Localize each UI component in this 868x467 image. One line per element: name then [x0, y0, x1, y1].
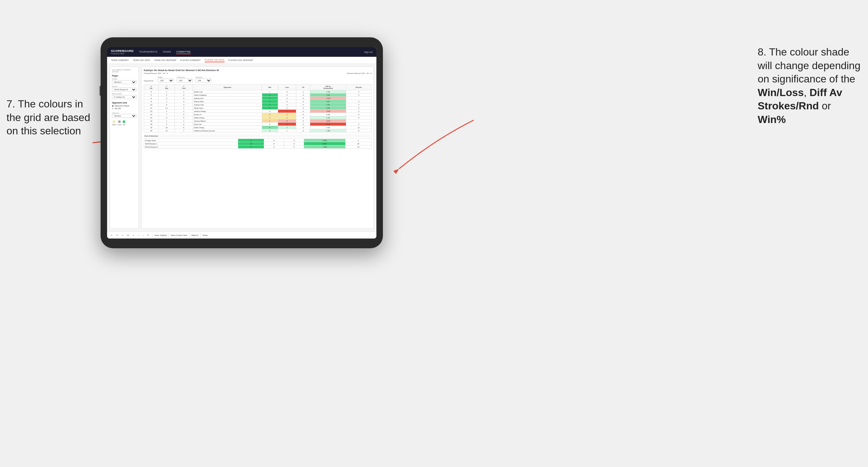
- radio-top100[interactable]: Top 100: [112, 107, 136, 110]
- td-rounds: 2: [346, 110, 372, 113]
- td-div: 10: [144, 103, 159, 106]
- td-conf: 1: [175, 119, 193, 123]
- td-conf: 4: [175, 100, 193, 103]
- division-select[interactable]: NCAA Division III: [112, 88, 136, 92]
- td-diff: -3.00: [310, 110, 346, 113]
- overall-record-value: 353 - 34 - 6: [158, 72, 168, 74]
- table-row: 3 1 1 Esther Lee 1 0 1 1.50 4: [144, 90, 372, 93]
- toolbar-scissors[interactable]: ✂: [132, 234, 135, 237]
- td-div: 13: [144, 110, 159, 113]
- td-reg: 11: [158, 106, 175, 110]
- sub-nav-team-h2h-grid[interactable]: TEAM H2H GRID: [133, 58, 150, 62]
- td-loss: 0: [278, 90, 296, 93]
- table-row: 14 7 4 Eunice Yi 2 2 0 0.38 9: [144, 113, 372, 116]
- td-diff: 3.67: [310, 100, 346, 103]
- th-rounds: Rounds: [346, 85, 372, 90]
- annotation-right-intro: 8. The colour shade will change dependin…: [758, 46, 861, 85]
- legend-level-dot: [118, 120, 121, 123]
- td-opponent: Andrea York: [193, 103, 262, 106]
- gender-select[interactable]: Women's: [112, 80, 136, 84]
- nav-sign-out[interactable]: Sign out: [364, 51, 373, 53]
- opponents-label: Opponents:: [144, 80, 154, 83]
- td-conf: 4: [175, 113, 193, 116]
- colour-by-select[interactable]: Win/loss: [112, 114, 136, 118]
- sub-nav-player-h2h-grid[interactable]: PLAYER H2H GRID: [205, 58, 224, 62]
- toolbar-watch[interactable]: Watch ▾: [191, 234, 198, 236]
- sub-nav-player-summary[interactable]: PLAYER SUMMARY: [180, 58, 201, 62]
- filter-row: Opponents: Region (All) Conference (All): [144, 76, 372, 83]
- toolbar-redo1[interactable]: ↺: [115, 234, 119, 237]
- table-row: 6 3 3 Sydney Kuo 1 0 0 -1.00: [144, 97, 372, 100]
- td-ood-diff: 9.267: [304, 142, 345, 145]
- td-rounds: 4: [346, 103, 372, 106]
- toolbar-dot1[interactable]: •: [137, 234, 140, 237]
- legend-up-dot: [123, 120, 125, 123]
- rank-select[interactable]: 8. Katelyn Vo: [112, 95, 136, 99]
- region-filter-select[interactable]: (All): [158, 79, 174, 83]
- td-rounds: 3: [346, 106, 372, 110]
- annotation-left: 7. The colours in the grid are based on …: [6, 97, 97, 138]
- radio-dot-top100: [112, 108, 114, 110]
- conference-filter-select[interactable]: (All): [177, 79, 193, 83]
- toolbar-undo[interactable]: ↩: [110, 234, 113, 237]
- td-ood-loss: 0: [264, 145, 284, 149]
- logo-text: SCOREBOARD: [111, 49, 134, 53]
- th-win: Win: [262, 85, 278, 90]
- td-opponent: Sharon Mun: [193, 100, 262, 103]
- radio-opponents-played[interactable]: Opponents Played: [112, 105, 136, 107]
- toolbar-view-original[interactable]: View: Original: [154, 234, 166, 236]
- division-filter: Division NCAA Division III: [112, 85, 136, 92]
- region-filter-group: Region (All): [158, 76, 174, 83]
- out-of-division-header: Out of division: [144, 134, 372, 137]
- table-row: 5 2 2 Alexis Sudjianto 1 0 0 4.00 3: [144, 93, 372, 97]
- td-win: 1: [262, 100, 278, 103]
- ood-table-row: NAIA Division 1 15 0 0 9.267 30: [144, 142, 372, 145]
- td-ood-diff: 4.500: [304, 139, 345, 142]
- opponent-view-label: Opponent view: [112, 101, 136, 104]
- sub-nav-team-h2h-heatmap[interactable]: TEAM H2H HEATMAP: [154, 58, 177, 62]
- main-table-body: 3 1 1 Esther Lee 1 0 1 1.50 4 5 2 2 Alex…: [144, 90, 372, 132]
- nav-committee[interactable]: COMMITTEE: [176, 50, 191, 54]
- td-win: 2: [262, 113, 278, 116]
- annotation-left-line1: 7. The colours in: [6, 98, 83, 110]
- td-opponent: Euna Lee: [193, 123, 262, 126]
- td-reg: 7: [158, 113, 175, 116]
- td-div: 6: [144, 97, 159, 100]
- nav-teams[interactable]: TEAMS: [162, 50, 171, 54]
- td-reg: 6: [158, 103, 175, 106]
- sub-nav: TEAM SUMMARY TEAM H2H GRID TEAM H2H HEAT…: [107, 57, 376, 64]
- td-ood-diff: 7.400: [304, 145, 345, 149]
- toolbar-divider2: [168, 234, 169, 237]
- toolbar-redo2[interactable]: ↪: [121, 234, 124, 237]
- toolbar-grid[interactable]: ⊞: [126, 234, 130, 237]
- toolbar-save-custom[interactable]: Save Custom View: [171, 234, 187, 236]
- opponent-filter-select[interactable]: (All): [195, 79, 212, 83]
- td-tie: 0: [296, 116, 310, 119]
- nav-tournaments[interactable]: TOURNAMENTS: [139, 50, 157, 54]
- ood-table-body: Foreign Team 1 0 0 4.500 2 NAIA Division…: [144, 139, 372, 149]
- division-record-value: 331 - 34 - 6: [362, 72, 372, 74]
- td-ood-rounds: 30: [345, 142, 371, 145]
- td-conf: 1: [175, 106, 193, 110]
- td-loss: 0: [278, 106, 296, 110]
- player-section: Player Gender Women's Division NCAA Divi…: [112, 75, 136, 99]
- opponent-view-options: Opponents Played Top 100: [112, 105, 136, 110]
- td-opponent: Emily Chang: [193, 126, 262, 129]
- toolbar-clock[interactable]: ⏱: [146, 234, 150, 237]
- grid-record: Overall Record: 353 - 34 - 6 Division Re…: [144, 72, 372, 74]
- td-conf: 1: [175, 110, 193, 113]
- td-loss: 0: [278, 97, 296, 100]
- td-conf: 7: [175, 129, 193, 132]
- radio-dot-opponents: [112, 105, 114, 107]
- sub-nav-team-summary[interactable]: TEAM SUMMARY: [111, 58, 129, 62]
- toolbar-dot2[interactable]: •: [142, 234, 145, 237]
- td-conf: 3: [175, 103, 193, 106]
- td-rounds: 2: [346, 123, 372, 126]
- sub-nav-player-h2h-heatmap[interactable]: PLAYER H2H HEATMAP: [228, 58, 253, 62]
- top-nav: SCOREBOARD Powered by clippd TOURNAMENTS…: [107, 47, 376, 57]
- toolbar-share[interactable]: Share: [203, 234, 208, 236]
- th-conf: #Conf: [175, 85, 193, 90]
- toolbar-divider1: [152, 234, 153, 237]
- td-div: 14: [144, 113, 159, 116]
- gender-filter: Gender Women's: [112, 78, 136, 84]
